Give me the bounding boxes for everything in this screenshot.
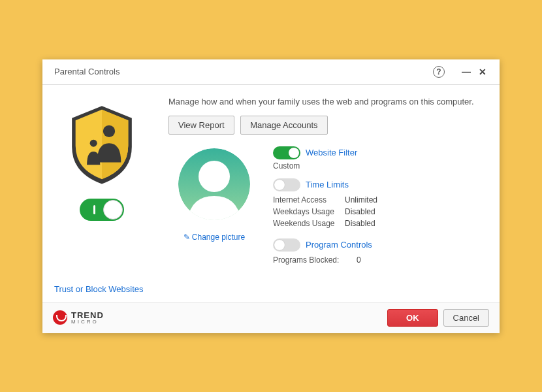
svg-point-4 xyxy=(199,161,230,192)
description-text: Manage how and when your family uses the… xyxy=(168,97,488,106)
left-column xyxy=(54,97,149,275)
cancel-button[interactable]: Cancel xyxy=(443,309,489,327)
time-limits-toggle[interactable] xyxy=(273,178,300,191)
help-icon[interactable]: ? xyxy=(433,66,445,78)
website-filter-link[interactable]: Website Filter xyxy=(306,148,357,157)
program-controls-table: Programs Blocked: 0 xyxy=(273,254,488,266)
master-toggle[interactable] xyxy=(80,199,124,221)
ok-button[interactable]: OK xyxy=(387,309,438,327)
parental-controls-window: Parental Controls ? — ✕ Manage how and w… xyxy=(42,59,500,333)
trend-logo-icon xyxy=(53,310,67,325)
time-limits-link[interactable]: Time Limits xyxy=(306,180,349,189)
website-filter-row: Website Filter xyxy=(273,146,488,159)
window-title: Parental Controls xyxy=(54,67,120,76)
footer: TREND MICRO OK Cancel xyxy=(42,302,500,333)
program-controls-toggle[interactable] xyxy=(273,238,300,252)
avatar-icon xyxy=(175,145,253,223)
pencil-icon: ✎ xyxy=(183,233,190,242)
brand-logo: TREND MICRO xyxy=(53,310,104,325)
brand-line2: MICRO xyxy=(71,319,104,325)
table-row: Weekends Usage Disabled xyxy=(273,218,488,229)
avatar-column: ✎ Change picture xyxy=(168,145,260,275)
program-controls-link[interactable]: Program Controls xyxy=(306,240,372,250)
close-icon[interactable]: ✕ xyxy=(475,67,490,77)
view-report-button[interactable]: View Report xyxy=(168,116,234,135)
table-row: Weekdays Usage Disabled xyxy=(273,206,488,218)
settings-column: Website Filter Custom Time Limits Intern… xyxy=(260,145,488,275)
profile-row: ✎ Change picture Website Filter Custom T… xyxy=(168,145,488,275)
svg-point-1 xyxy=(89,139,97,146)
brand-line1: TREND xyxy=(71,311,104,319)
table-row: Internet Access Unlimited xyxy=(273,194,488,206)
titlebar: Parental Controls ? — ✕ xyxy=(42,59,500,85)
website-filter-toggle[interactable] xyxy=(273,146,300,159)
right-column: Manage how and when your family uses the… xyxy=(149,97,488,275)
svg-point-0 xyxy=(103,125,114,137)
website-filter-status: Custom xyxy=(273,161,488,171)
content-area: Manage how and when your family uses the… xyxy=(42,85,500,284)
change-picture-link[interactable]: ✎ Change picture xyxy=(183,233,245,242)
minimize-icon[interactable]: — xyxy=(458,67,475,77)
trust-block-link[interactable]: Trust or Block Websites xyxy=(42,284,500,302)
manage-accounts-button[interactable]: Manage Accounts xyxy=(240,116,327,135)
program-controls-row: Program Controls xyxy=(273,238,488,252)
table-row: Programs Blocked: 0 xyxy=(273,254,488,266)
action-buttons: View Report Manage Accounts xyxy=(168,116,488,135)
change-picture-label: Change picture xyxy=(192,233,245,242)
time-limits-row: Time Limits xyxy=(273,178,488,191)
time-limits-table: Internet Access Unlimited Weekdays Usage… xyxy=(273,194,488,229)
family-shield-icon xyxy=(66,102,138,187)
